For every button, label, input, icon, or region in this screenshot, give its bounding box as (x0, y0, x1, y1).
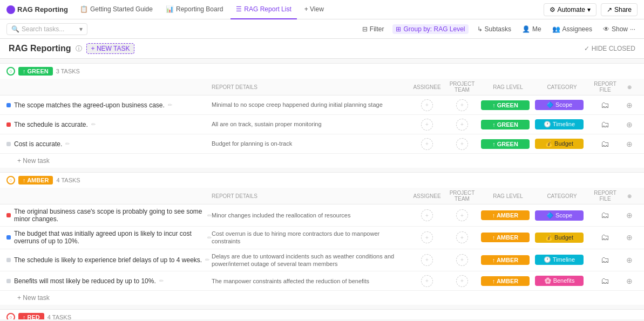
assignee-avatar[interactable]: + (421, 275, 433, 287)
task-text[interactable]: The scope matches the agreed-upon busine… (14, 101, 165, 109)
col-team: PROJECT TEAM (443, 81, 481, 93)
category-badge[interactable]: 🌸 Benefits (535, 276, 584, 286)
file-icon[interactable]: 🗂 (601, 233, 609, 242)
team-cell: + (443, 99, 481, 111)
rag-cell: ↑ AMBER (481, 233, 535, 242)
subtasks-button[interactable]: ↳ Subtasks (475, 24, 513, 34)
task-text[interactable]: The budget that was initially agreed upo… (14, 230, 204, 245)
task-text[interactable]: The schedule is likely to experience bri… (14, 256, 202, 264)
category-badge[interactable]: 🕐 Timeline (535, 119, 584, 129)
hide-closed-button[interactable]: ✓ HIDE CLOSED (584, 45, 635, 52)
rag-badge[interactable]: ↑ AMBER (481, 210, 530, 220)
team-avatar[interactable]: + (456, 231, 468, 243)
rag-badge[interactable]: ↑ GREEN (481, 100, 530, 110)
category-badge[interactable]: 🔷 Scope (535, 100, 584, 110)
file-cell: 🗂 (589, 139, 621, 149)
team-avatar[interactable]: + (456, 209, 468, 221)
file-icon[interactable]: 🗂 (601, 100, 609, 110)
category-badge[interactable]: 💰 Budget (535, 233, 584, 243)
page-header: RAG Reporting ⓘ + NEW TASK ✓ HIDE CLOSED (0, 39, 644, 59)
group-icon: ⊞ (396, 25, 401, 33)
section-toggle-green[interactable]: ○ (6, 67, 15, 76)
add-cell[interactable]: ⊕ (621, 233, 638, 242)
report-details-cell: All are on track, sustain proper monitor… (212, 120, 411, 128)
tab-add-view[interactable]: + View (299, 0, 329, 19)
section-green: ○ ↑ GREEN 3 TASKS REPORT DETAILS ASSIGNE… (0, 63, 644, 168)
tab-reporting-board-icon: 📊 (166, 5, 174, 13)
share-button[interactable]: ↗ Share (601, 3, 638, 16)
file-icon[interactable]: 🗂 (601, 276, 609, 286)
task-text[interactable]: Cost is accurate. (14, 140, 62, 148)
rag-cell: ↑ GREEN (481, 139, 535, 149)
assignee-avatar[interactable]: + (421, 254, 433, 266)
search-box[interactable]: 🔍 Search tasks... ▾ (6, 23, 87, 35)
task-name-cell: The scope matches the agreed-upon busine… (6, 101, 212, 109)
info-icon[interactable]: ⓘ (76, 44, 82, 53)
assignee-avatar[interactable]: + (421, 231, 433, 243)
assignees-button[interactable]: 👥 Assignees (550, 24, 594, 34)
team-avatar[interactable]: + (456, 254, 468, 266)
category-badge[interactable]: 🔷 Scope (535, 210, 584, 221)
category-badge[interactable]: 💰 Budget (535, 139, 584, 149)
category-cell: 🌸 Benefits (535, 276, 589, 286)
file-icon[interactable]: 🗂 (601, 255, 609, 265)
tab-getting-started[interactable]: 📋 Getting Started Guide (74, 0, 158, 19)
edit-icon[interactable]: ✏ (205, 257, 209, 263)
file-icon[interactable]: 🗂 (601, 120, 609, 129)
edit-icon[interactable]: ✏ (91, 121, 96, 127)
rag-badge[interactable]: ↑ GREEN (481, 120, 530, 129)
team-avatar[interactable]: + (456, 119, 468, 131)
assignee-avatar[interactable]: + (421, 99, 433, 111)
new-task-header-button[interactable]: + NEW TASK (86, 43, 135, 54)
rag-badge[interactable]: ↑ AMBER (481, 233, 530, 242)
assignee-avatar[interactable]: + (421, 209, 433, 221)
task-text[interactable]: Benefits will most likely be reduced by … (14, 277, 156, 285)
section-toggle-amber[interactable]: ○ (6, 176, 15, 185)
app-title: RAG Reporting (17, 5, 68, 13)
me-icon: 👤 (522, 25, 530, 33)
show-button[interactable]: 👁 Show ··· (601, 24, 638, 34)
me-button[interactable]: 👤 Me (520, 24, 544, 34)
edit-icon[interactable]: ✏ (65, 141, 70, 147)
rag-badge[interactable]: ↑ GREEN (481, 139, 530, 149)
assignee-avatar[interactable]: + (421, 119, 433, 131)
task-text[interactable]: The schedule is accurate. (14, 121, 88, 128)
add-cell[interactable]: ⊕ (621, 256, 638, 264)
report-details-cell: Cost overrun is due to hiring more contr… (212, 230, 411, 245)
show-dots: ··· (630, 25, 635, 33)
edit-icon[interactable]: ✏ (159, 278, 164, 284)
add-cell[interactable]: ⊕ (621, 101, 638, 110)
new-task-amber[interactable]: + New task (0, 291, 644, 305)
file-cell: 🗂 (589, 276, 621, 286)
task-text[interactable]: The original business case's scope is pr… (14, 208, 204, 223)
rag-badge[interactable]: ↑ AMBER (481, 255, 530, 265)
new-task-green[interactable]: + New task (0, 154, 644, 168)
search-icon: 🔍 (11, 25, 19, 33)
report-details-cell: Minor changes included the reallocation … (212, 211, 411, 219)
file-icon[interactable]: 🗂 (601, 139, 609, 149)
team-avatar[interactable]: + (456, 138, 468, 150)
tab-rag-report-list[interactable]: ☰ RAG Report List (231, 0, 296, 19)
group-by-button[interactable]: ⊞ Group by: RAG Level (392, 24, 468, 34)
file-icon[interactable]: 🗂 (601, 210, 609, 220)
section-amber: ○ ↑ AMBER 4 TASKS REPORT DETAILS ASSIGNE… (0, 172, 644, 305)
tab-reporting-board[interactable]: 📊 Reporting Board (160, 0, 228, 19)
add-cell[interactable]: ⊕ (621, 140, 638, 148)
col-add: ⊕ (621, 84, 638, 90)
add-cell[interactable]: ⊕ (621, 277, 638, 285)
assignee-avatar[interactable]: + (421, 138, 433, 150)
section-badge-red: ↑ RED (18, 313, 44, 319)
section-toggle-red[interactable]: ○ (6, 313, 15, 319)
team-avatar[interactable]: + (456, 99, 468, 111)
section-count-red: 4 TASKS (48, 314, 71, 319)
filter-button[interactable]: ⊟ Filter (360, 24, 387, 34)
team-avatar[interactable]: + (456, 275, 468, 287)
rag-badge[interactable]: ↑ AMBER (481, 276, 530, 286)
add-cell[interactable]: ⊕ (621, 211, 638, 220)
edit-icon[interactable]: ✏ (207, 235, 212, 241)
add-cell[interactable]: ⊕ (621, 120, 638, 129)
automate-button[interactable]: ⚙ Automate ▾ (544, 3, 596, 16)
edit-icon[interactable]: ✏ (207, 213, 212, 218)
edit-icon[interactable]: ✏ (168, 102, 172, 108)
category-badge[interactable]: 🕐 Timeline (535, 255, 584, 265)
